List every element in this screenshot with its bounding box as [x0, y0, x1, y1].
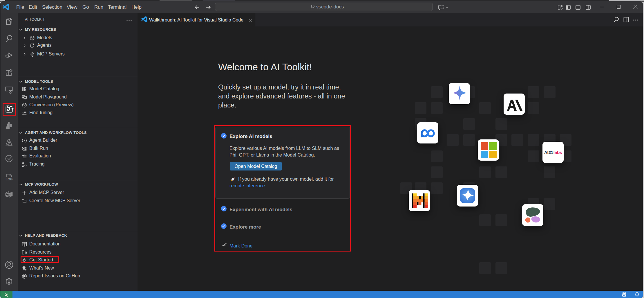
svg-text:LOG: LOG	[6, 177, 12, 181]
